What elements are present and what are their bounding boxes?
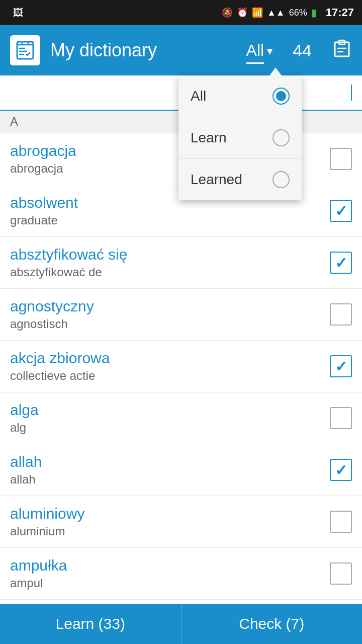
word-text: agnostyczny	[10, 298, 330, 315]
translation-text: agnostisch	[10, 317, 330, 331]
filter-all-radio[interactable]	[273, 88, 290, 105]
clipboard-icon[interactable]	[332, 38, 352, 63]
wifi-icon: 📶	[252, 7, 263, 18]
translation-text: ampul	[10, 576, 330, 590]
word-text: aluminiowy	[10, 505, 330, 522]
word-checkbox[interactable]: ✓	[330, 355, 352, 377]
word-checkbox[interactable]	[330, 148, 352, 170]
list-item: algaalg	[0, 392, 362, 444]
list-item: agnostycznyagnostisch	[0, 289, 362, 341]
word-checkbox[interactable]	[330, 562, 352, 585]
filter-option-learned[interactable]: Learned	[178, 159, 302, 200]
checkmark-icon: ✓	[335, 254, 347, 272]
cursor	[351, 85, 352, 101]
status-time: 17:27	[326, 6, 354, 19]
filter-learn-label: Learn	[191, 130, 227, 146]
word-text: akcja zbiorowa	[10, 350, 330, 367]
word-checkbox[interactable]	[330, 407, 352, 429]
word-text: absztyfikować się	[10, 246, 330, 263]
header: My dictionary All ▾ 44	[0, 25, 362, 75]
translation-text: absztyfikować de	[10, 265, 330, 279]
list-item: absztyfikować sięabsztyfikować de✓	[0, 237, 362, 289]
word-text: allah	[10, 453, 330, 470]
checkmark-icon: ✓	[335, 461, 347, 479]
word-checkbox[interactable]	[330, 511, 352, 533]
checkmark-icon: ✓	[335, 358, 347, 375]
translation-text: alg	[10, 421, 330, 435]
word-checkbox[interactable]: ✓	[330, 252, 352, 274]
learn-button[interactable]: Learn (33)	[0, 604, 182, 644]
status-bar: 🖼 🔕 ⏰ 📶 ▲▲ 66% ▮ 17:27	[0, 0, 362, 25]
battery-icon: ▮	[311, 7, 317, 19]
word-checkbox[interactable]: ✓	[330, 200, 352, 222]
translation-text: collectieve actie	[10, 369, 330, 383]
signal-icon: ▲▲	[267, 8, 285, 18]
filter-all-label: All	[191, 88, 206, 104]
word-text: alga	[10, 401, 330, 419]
word-checkbox[interactable]	[330, 303, 352, 326]
header-title: My dictionary	[50, 40, 236, 61]
checkmark-icon: ✓	[335, 202, 347, 220]
word-text: ampułka	[10, 557, 330, 574]
translation-text: allah	[10, 472, 330, 487]
filter-option-learn[interactable]: Learn	[178, 117, 302, 159]
filter-dropdown-trigger[interactable]: All ▾	[246, 41, 273, 60]
screenshot-icon: 🖼	[13, 7, 23, 19]
list-item: allahallah✓	[0, 444, 362, 496]
list-item: ampułkaampul	[0, 548, 362, 600]
word-count: 44	[293, 41, 312, 60]
list-item: akcja zbiorowacollectieve actie✓	[0, 341, 362, 392]
battery-percent: 66%	[289, 8, 307, 18]
app-icon	[10, 35, 40, 65]
filter-learned-radio[interactable]	[273, 171, 290, 188]
translation-text: graduate	[10, 213, 330, 227]
alarm-icon: ⏰	[237, 7, 248, 18]
bottom-bar: Learn (33) Check (7)	[0, 604, 362, 644]
word-checkbox[interactable]: ✓	[330, 459, 352, 481]
mute-icon: 🔕	[222, 7, 233, 18]
filter-learn-radio[interactable]	[273, 129, 290, 146]
filter-label: All	[246, 41, 264, 60]
list-item: aluminiowyaluminium	[0, 496, 362, 548]
filter-learned-label: Learned	[191, 172, 242, 188]
filter-dropdown[interactable]: All Learn Learned	[178, 75, 302, 200]
check-button[interactable]: Check (7)	[182, 604, 363, 644]
dropdown-arrow-icon: ▾	[267, 45, 273, 58]
translation-text: aluminium	[10, 524, 330, 538]
filter-option-all[interactable]: All	[178, 75, 302, 117]
